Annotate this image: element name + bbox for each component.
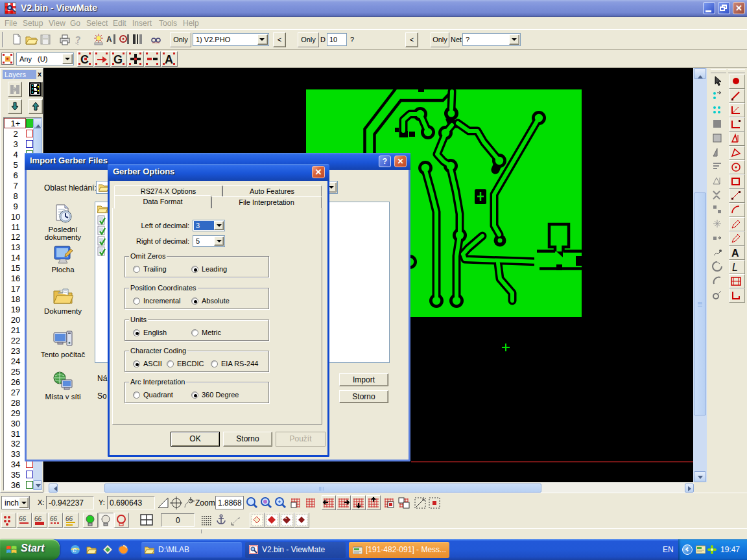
svg-text:e: e: [73, 546, 77, 554]
svg-text:s: s: [285, 515, 287, 520]
svg-text:66: 66: [19, 515, 27, 522]
svg-text:A: A: [106, 35, 112, 44]
svg-text:A: A: [165, 53, 173, 66]
svg-text:66: 66: [34, 515, 42, 522]
svg-text:66: 66: [50, 515, 58, 522]
svg-text:L: L: [732, 262, 738, 273]
svg-text:A: A: [731, 248, 739, 259]
svg-text:G: G: [113, 53, 123, 66]
svg-text:66: 66: [65, 515, 73, 522]
